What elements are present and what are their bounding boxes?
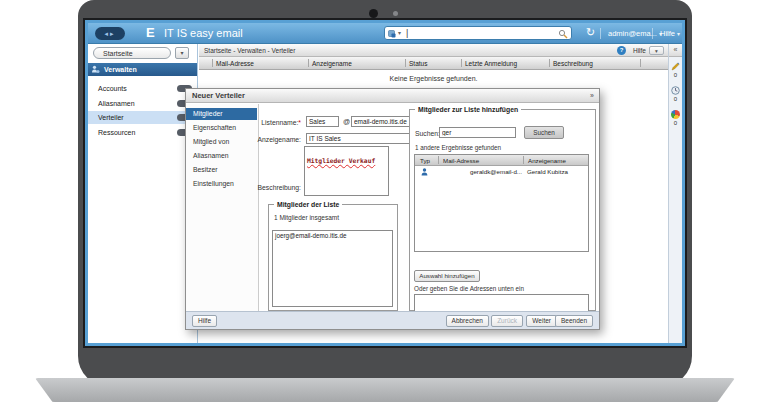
help-button[interactable]: Hilfe [192,315,217,327]
search-scope-dropdown-icon[interactable]: ▾ [398,29,401,36]
description-text: Mitglieder Verkauf [307,157,375,164]
back-button[interactable]: Zurück [491,315,523,327]
column-divider [438,156,439,164]
column-divider [308,59,309,67]
col-beschreibung[interactable]: Beschreibung [553,57,593,70]
listname-input[interactable] [306,116,339,127]
pending-edit-count: 0 [669,72,682,78]
results-table-header: Typ Mail-Adresse Anzeigename [415,155,588,166]
required-marker: * [298,119,301,126]
help-icon[interactable]: ? [617,46,626,55]
or-enter-addresses-text: Oder geben Sie die Adressen unten ein [414,285,524,292]
app-window: ◂▸ E IT IS easy email ▾ | ↻ admin@ema...… [85,20,685,346]
displayname-input[interactable] [306,133,413,144]
description-label: Beschreibung: [231,184,301,191]
search-results-text: 1 andere Ergebnisse gefunden [415,144,501,151]
account-label[interactable]: admin@ema... [608,29,657,38]
content-help-link[interactable]: Hilfe [633,44,646,57]
column-divider [212,59,213,67]
col-anzeigename[interactable]: Anzeigename [312,57,352,70]
add-members-legend: Mitglieder zur Liste hinzufügen [415,106,521,113]
member-search-input[interactable] [439,127,516,138]
top-bar: ◂▸ E IT IS easy email ▾ | ↻ admin@ema...… [88,23,682,44]
sidebar-item-aliasnamen[interactable]: Aliasnamen [88,97,197,110]
edit-pencil-icon[interactable] [671,62,680,71]
result-name[interactable]: Gerald Kubitza [527,166,568,177]
statistics-pie-icon[interactable] [671,110,680,119]
laptop-base [35,378,735,402]
tab-aliasnamen[interactable]: Aliasnamen [186,150,257,162]
search-scope-icon[interactable] [388,30,396,38]
account-menu[interactable]: admin@ema... ▾ [608,29,662,38]
sidebar: Startseite ▾ Verwalten Accounts Aliasnam… [88,44,198,343]
col-mail-adresse[interactable]: Mail-Adresse [443,155,479,166]
column-divider [640,59,641,67]
tab-besitzer[interactable]: Besitzer [186,164,257,176]
members-listbox[interactable]: joerg@email-demo.itis.de [272,230,393,307]
forward-icon[interactable]: ▸ [110,30,116,37]
history-nav[interactable]: ◂▸ [95,27,125,40]
neuer-verteiler-dialog: Neuer Verteiler » Mitglieder Eigenschaft… [185,88,600,330]
sidebar-item-label[interactable]: Accounts [98,85,127,92]
members-summary: 1 Mitglieder insgesamt [274,214,339,221]
sidebar-item-ressourcen[interactable]: Ressourcen [88,126,197,139]
empty-message: Keine Ergebnisse gefunden. [199,75,668,82]
domain-input[interactable] [351,116,413,127]
app-logo: E [146,25,155,40]
search-button[interactable]: Suchen [524,126,564,139]
help-dropdown-icon[interactable]: ▾ [677,31,680,37]
webcam-led-icon [393,11,398,16]
search-input[interactable]: ▾ | [384,26,572,40]
finish-button[interactable]: Beenden [555,315,593,327]
description-textarea[interactable]: Mitglieder Verkauf [304,146,389,196]
breadcrumb-bar: Startseite - Verwalten - Verteiler ? Hil… [199,44,682,57]
listname-label: Listenname:* [226,119,301,126]
dialog-footer: Hilfe Abbrechen Zurück Weiter Beenden [186,311,599,329]
cancel-button[interactable]: Abbrechen [446,315,489,327]
app-title: IT IS easy email [164,27,243,39]
column-divider [549,59,550,67]
help-menu[interactable]: Hilfe ▾ [660,29,680,38]
refresh-icon[interactable]: ↻ [586,26,595,39]
search-label: Suchen: [415,130,440,137]
text-caret: | [406,28,408,38]
sidebar-item-label[interactable]: Aliasnamen [98,100,135,107]
sidebar-item-label[interactable]: Verteiler [98,114,124,121]
column-divider [523,156,524,164]
column-divider [405,59,406,67]
view-options-button[interactable]: ▾ [649,46,664,55]
dialog-collapse-icon[interactable]: » [590,89,594,103]
member-list-item[interactable]: joerg@email-demo.itis.de [273,231,392,240]
sidebar-section-verwalten[interactable]: Verwalten [88,63,197,76]
add-selection-button[interactable]: Auswahl hinzufügen [414,270,480,282]
at-sign: @ [343,118,350,125]
help-label[interactable]: Hilfe [660,29,675,38]
admin-person-icon [91,65,100,74]
search-icon[interactable] [558,29,568,39]
side-panel: « 0 0 0 [668,44,682,343]
clock-icon[interactable] [671,86,680,95]
col-mail-adresse[interactable]: Mail-Adresse [216,57,254,70]
members-group: Mitglieder der Liste 1 Mitglieder insges… [268,201,398,311]
sidebar-item-verteiler[interactable]: Verteiler [88,111,197,124]
results-table: Typ Mail-Adresse Anzeigename geraldk@ema… [414,154,589,252]
topbar-divider [652,28,653,39]
column-divider [461,59,462,67]
result-row[interactable]: geraldk@email-d... Gerald Kubitza [415,166,588,177]
user-icon [421,168,428,176]
members-legend: Mitglieder der Liste [274,201,342,208]
dialog-title-label: Neuer Verteiler [192,91,245,100]
dialog-title: Neuer Verteiler » [186,89,599,103]
home-dropdown-button[interactable]: ▾ [175,47,189,59]
result-mail[interactable]: geraldk@email-d... [443,166,522,177]
home-selector[interactable]: Startseite [93,47,171,59]
col-typ[interactable]: Typ [420,155,430,166]
next-button[interactable]: Weiter [526,315,557,327]
sidebar-item-label[interactable]: Ressourcen [98,129,135,136]
topbar-divider [600,28,601,39]
col-letzte-anmeldung[interactable]: Letzte Anmeldung [465,57,517,70]
sidebar-item-accounts[interactable]: Accounts [88,82,197,95]
col-status[interactable]: Status [409,57,427,70]
collapse-panel-button[interactable]: « [669,44,682,57]
col-anzeigename[interactable]: Anzeigename [528,155,566,166]
